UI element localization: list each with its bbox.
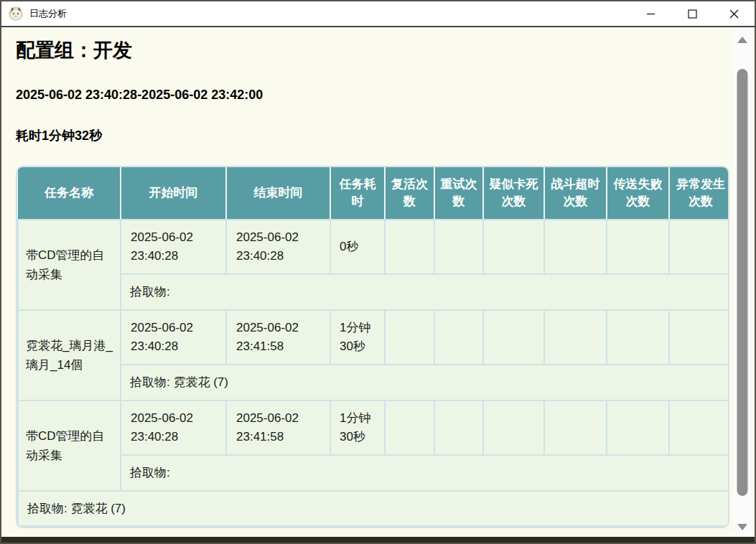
log-report: 配置组：开发 2025-06-02 23:40:28-2025-06-02 23… — [1, 27, 755, 538]
revive-count-cell — [385, 220, 434, 274]
col-header-duration: 任务耗时 — [330, 167, 385, 220]
duration-cell: 0秒 — [330, 220, 385, 274]
exception-count-cell — [669, 400, 729, 455]
summary-row: 拾取物: 霓裳花 (7) — [18, 491, 729, 526]
table-row: 带CD管理的自动采集 2025-06-02 23:40:28 2025-06-0… — [18, 220, 729, 274]
teleport-fail-count-cell — [607, 400, 669, 455]
duration-cell: 1分钟30秒 — [330, 310, 385, 365]
window-controls — [630, 1, 755, 26]
pickup-cell: 拾取物: — [121, 455, 729, 491]
col-header-start-time: 开始时间 — [121, 167, 226, 220]
pickup-cell: 拾取物: — [121, 274, 729, 310]
stuck-count-cell — [483, 310, 544, 365]
col-header-battle-timeout-count: 战斗超时次数 — [544, 167, 607, 220]
retry-count-cell — [434, 310, 483, 365]
end-time-cell: 2025-06-02 23:40:28 — [226, 220, 330, 274]
col-header-end-time: 结束时间 — [226, 167, 330, 220]
elapsed-time: 耗时1分钟32秒 — [16, 128, 740, 144]
close-icon[interactable] — [713, 1, 755, 26]
scroll-up-icon[interactable] — [737, 37, 747, 43]
col-header-retry-count: 重试次数 — [434, 167, 483, 220]
pickup-row: 拾取物: — [18, 455, 729, 491]
revive-count-cell — [385, 310, 434, 365]
stuck-count-cell — [483, 400, 544, 455]
task-name-cell: 霓裳花_璃月港_璃月_14個 — [18, 310, 121, 400]
end-time-cell: 2025-06-02 23:41:58 — [226, 310, 330, 365]
retry-count-cell — [434, 220, 483, 274]
pickup-row: 拾取物: — [18, 274, 729, 310]
battle-timeout-count-cell — [544, 310, 607, 365]
start-time-cell: 2025-06-02 23:40:28 — [121, 400, 226, 455]
task-table-grid: 任务名称 开始时间 结束时间 任务耗时 复活次数 重试次数 疑似卡死次数 战斗超… — [17, 167, 729, 527]
end-time-cell: 2025-06-02 23:41:58 — [226, 400, 330, 455]
col-header-teleport-fail-count: 传送失败次数 — [607, 167, 669, 220]
start-time-cell: 2025-06-02 23:40:28 — [121, 310, 226, 365]
minimize-icon[interactable] — [630, 1, 671, 26]
window-bottom-edge — [1, 537, 755, 543]
table-row: 带CD管理的自动采集 2025-06-02 23:40:28 2025-06-0… — [18, 400, 729, 455]
teleport-fail-count-cell — [607, 220, 669, 274]
duration-cell: 1分钟30秒 — [330, 400, 385, 455]
col-header-task-name: 任务名称 — [18, 167, 121, 220]
table-row: 霓裳花_璃月港_璃月_14個 2025-06-02 23:40:28 2025-… — [18, 310, 729, 365]
pickup-cell: 拾取物: 霓裳花 (7) — [121, 365, 729, 400]
stuck-count-cell — [483, 220, 544, 274]
teleport-fail-count-cell — [607, 310, 669, 365]
scrollbar-thumb[interactable] — [737, 69, 748, 496]
col-header-exception-count: 异常发生次数 — [669, 167, 729, 220]
exception-count-cell — [669, 310, 729, 365]
title-bar[interactable]: 日志分析 — [1, 1, 755, 27]
table-header-row: 任务名称 开始时间 结束时间 任务耗时 复活次数 重试次数 疑似卡死次数 战斗超… — [18, 167, 729, 220]
vertical-scrollbar[interactable] — [734, 29, 751, 536]
time-range: 2025-06-02 23:40:28-2025-06-02 23:42:00 — [16, 87, 740, 103]
pickup-row: 拾取物: 霓裳花 (7) — [18, 365, 729, 400]
col-header-stuck-count: 疑似卡死次数 — [483, 167, 544, 220]
maximize-icon[interactable] — [671, 1, 713, 26]
config-group-title: 配置组：开发 — [16, 39, 740, 62]
window-title: 日志分析 — [29, 7, 67, 20]
col-header-revive-count: 复活次数 — [385, 167, 434, 220]
task-name-cell: 带CD管理的自动采集 — [18, 220, 121, 310]
exception-count-cell — [669, 220, 729, 274]
task-name-cell: 带CD管理的自动采集 — [18, 400, 121, 491]
battle-timeout-count-cell — [544, 220, 607, 274]
retry-count-cell — [434, 400, 483, 455]
task-table: 任务名称 开始时间 结束时间 任务耗时 复活次数 重试次数 疑似卡死次数 战斗超… — [16, 166, 729, 528]
battle-timeout-count-cell — [544, 400, 607, 455]
app-window: 日志分析 配置组：开发 2025-06-02 23:40:28-2025-06-… — [0, 0, 756, 544]
cat-avatar-icon — [8, 6, 24, 22]
start-time-cell: 2025-06-02 23:40:28 — [121, 220, 226, 274]
revive-count-cell — [385, 400, 434, 455]
scroll-down-icon[interactable] — [737, 524, 747, 530]
total-pickup-cell: 拾取物: 霓裳花 (7) — [18, 491, 729, 526]
